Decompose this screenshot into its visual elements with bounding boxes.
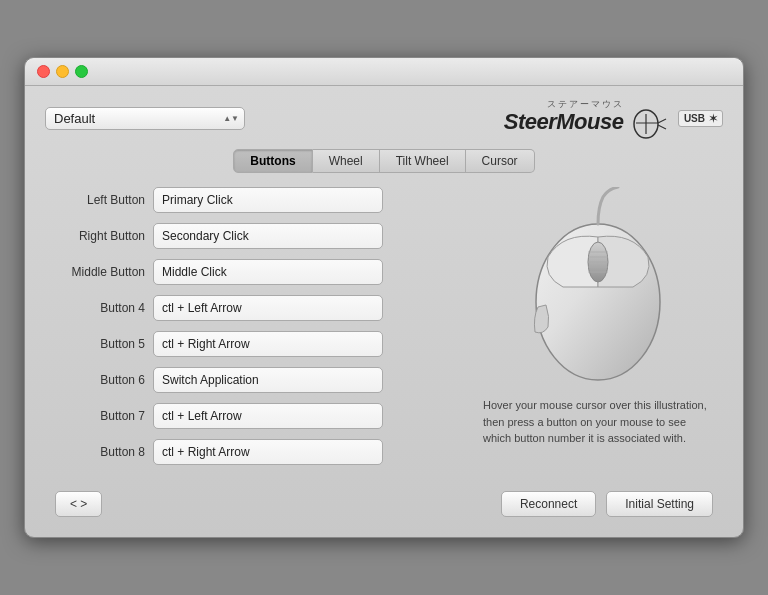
window-content: Default ステアーマウス SteerMouse USB — [25, 86, 743, 538]
tab-cursor[interactable]: Cursor — [466, 149, 535, 173]
maximize-button[interactable] — [75, 65, 88, 78]
input-left-button[interactable] — [153, 187, 383, 213]
button-row-6: Button 7 — [45, 403, 453, 429]
logo-mouse-svg — [632, 109, 668, 139]
tab-wheel[interactable]: Wheel — [313, 149, 380, 173]
traffic-lights — [37, 65, 88, 78]
label-left-button: Left Button — [45, 193, 145, 207]
logo-area: ステアーマウス SteerMouse USB ✶ — [504, 98, 723, 140]
button-row-7: Button 8 — [45, 439, 453, 465]
button-row-2: Middle Button — [45, 259, 453, 285]
bottom-bar: < > Reconnect Initial Setting — [45, 491, 723, 517]
usb-label: USB — [684, 113, 705, 124]
logo-text-block: ステアーマウス SteerMouse — [504, 98, 668, 140]
tab-tilt[interactable]: Tilt Wheel — [380, 149, 466, 173]
profile-select[interactable]: Default — [45, 107, 245, 130]
minimize-button[interactable] — [56, 65, 69, 78]
initial-setting-button[interactable]: Initial Setting — [606, 491, 713, 517]
mouse-illustration — [508, 187, 688, 387]
label-middle-button: Middle Button — [45, 265, 145, 279]
button-row-0: Left Button — [45, 187, 453, 213]
label-button5: Button 5 — [45, 337, 145, 351]
reconnect-button[interactable]: Reconnect — [501, 491, 596, 517]
action-buttons: Reconnect Initial Setting — [501, 491, 713, 517]
label-right-button: Right Button — [45, 229, 145, 243]
titlebar — [25, 58, 743, 86]
label-button4: Button 4 — [45, 301, 145, 315]
tabs-bar: Buttons Wheel Tilt Wheel Cursor — [45, 149, 723, 173]
label-button7: Button 7 — [45, 409, 145, 423]
bluetooth-icon: ✶ — [709, 113, 717, 124]
svg-line-3 — [658, 119, 666, 123]
right-panel: Hover your mouse cursor over this illust… — [473, 187, 723, 475]
tab-buttons[interactable]: Buttons — [233, 149, 312, 173]
input-right-button[interactable] — [153, 223, 383, 249]
usb-badge: USB ✶ — [678, 110, 723, 127]
main-window: Default ステアーマウス SteerMouse USB — [24, 57, 744, 539]
nav-button[interactable]: < > — [55, 491, 102, 517]
label-button8: Button 8 — [45, 445, 145, 459]
button-row-5: Button 6 — [45, 367, 453, 393]
input-button5[interactable] — [153, 331, 383, 357]
main-area: Left Button Right Button Middle Button B… — [45, 187, 723, 475]
svg-line-4 — [658, 125, 666, 129]
label-button6: Button 6 — [45, 373, 145, 387]
input-button8[interactable] — [153, 439, 383, 465]
close-button[interactable] — [37, 65, 50, 78]
top-bar: Default ステアーマウス SteerMouse USB — [45, 98, 723, 140]
input-button4[interactable] — [153, 295, 383, 321]
button-row-4: Button 5 — [45, 331, 453, 357]
logo-title: SteerMouse — [504, 109, 624, 134]
button-row-1: Right Button — [45, 223, 453, 249]
input-button7[interactable] — [153, 403, 383, 429]
input-middle-button[interactable] — [153, 259, 383, 285]
input-button6[interactable] — [153, 367, 383, 393]
button-row-3: Button 4 — [45, 295, 453, 321]
hover-description: Hover your mouse cursor over this illust… — [473, 397, 723, 447]
profile-select-wrap: Default — [45, 107, 245, 130]
buttons-panel: Left Button Right Button Middle Button B… — [45, 187, 453, 475]
